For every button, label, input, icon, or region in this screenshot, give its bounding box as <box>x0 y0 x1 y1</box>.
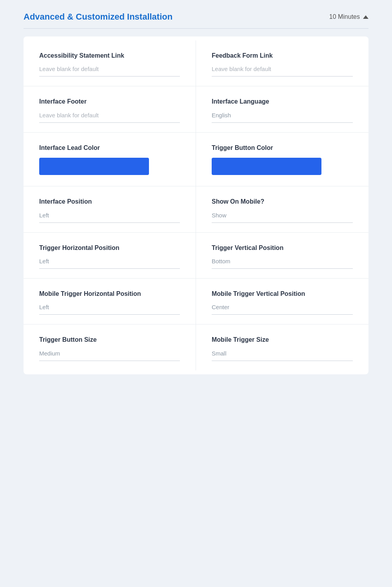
field-cell: Mobile Trigger Vertical PositionCenter <box>196 279 368 324</box>
field-value[interactable]: Show <box>212 212 353 223</box>
field-label: Interface Lead Color <box>39 144 180 152</box>
field-value[interactable]: Small <box>212 350 353 361</box>
color-swatch[interactable] <box>39 158 149 175</box>
field-label: Show On Mobile? <box>212 197 353 206</box>
field-label: Interface Position <box>39 197 180 206</box>
field-value[interactable]: Center <box>212 304 353 315</box>
field-value[interactable]: Left <box>39 212 180 223</box>
field-label: Mobile Trigger Horizontal Position <box>39 290 180 298</box>
field-label: Accessibility Statement Link <box>39 51 180 60</box>
field-cell: Trigger Button SizeMedium <box>24 324 196 370</box>
field-cell: Show On Mobile?Show <box>196 186 368 232</box>
fields-grid: Accessibility Statement LinkLeave blank … <box>24 40 368 370</box>
field-label: Mobile Trigger Size <box>212 335 353 344</box>
field-value[interactable]: Leave blank for default <box>39 112 180 123</box>
field-label: Trigger Horizontal Position <box>39 244 180 252</box>
field-cell: Interface Lead Color <box>24 133 196 186</box>
field-cell: Trigger Button Color <box>196 133 368 186</box>
field-value[interactable]: Left <box>39 304 180 315</box>
field-cell: Interface PositionLeft <box>24 186 196 232</box>
section-title: Advanced & Customized Installation <box>24 12 172 22</box>
page-wrapper: Advanced & Customized Installation 10 Mi… <box>0 0 392 386</box>
field-cell: Trigger Vertical PositionBottom <box>196 233 368 279</box>
section-header: Advanced & Customized Installation 10 Mi… <box>24 12 368 29</box>
section-time-container[interactable]: 10 Minutes <box>329 13 368 20</box>
field-cell: Accessibility Statement LinkLeave blank … <box>24 40 196 86</box>
field-label: Feedback Form Link <box>212 51 353 60</box>
field-value[interactable]: Medium <box>39 350 180 361</box>
content-card: Accessibility Statement LinkLeave blank … <box>24 36 368 374</box>
field-value[interactable]: English <box>212 112 353 123</box>
field-label: Interface Language <box>212 97 353 106</box>
field-cell: Mobile Trigger Horizontal PositionLeft <box>24 279 196 324</box>
field-cell: Interface FooterLeave blank for default <box>24 86 196 132</box>
field-value[interactable]: Leave blank for default <box>212 66 353 77</box>
field-label: Trigger Button Color <box>212 144 353 152</box>
field-value[interactable]: Bottom <box>212 258 353 269</box>
chevron-up-icon <box>363 15 368 19</box>
field-cell: Mobile Trigger SizeSmall <box>196 324 368 370</box>
field-cell: Feedback Form LinkLeave blank for defaul… <box>196 40 368 86</box>
field-label: Trigger Vertical Position <box>212 244 353 252</box>
field-value[interactable]: Leave blank for default <box>39 66 180 77</box>
color-swatch[interactable] <box>212 158 321 175</box>
field-label: Interface Footer <box>39 97 180 106</box>
field-label: Trigger Button Size <box>39 335 180 344</box>
field-cell: Trigger Horizontal PositionLeft <box>24 233 196 279</box>
field-label: Mobile Trigger Vertical Position <box>212 290 353 298</box>
time-label: 10 Minutes <box>329 13 360 20</box>
field-value[interactable]: Left <box>39 258 180 269</box>
field-cell: Interface LanguageEnglish <box>196 86 368 132</box>
